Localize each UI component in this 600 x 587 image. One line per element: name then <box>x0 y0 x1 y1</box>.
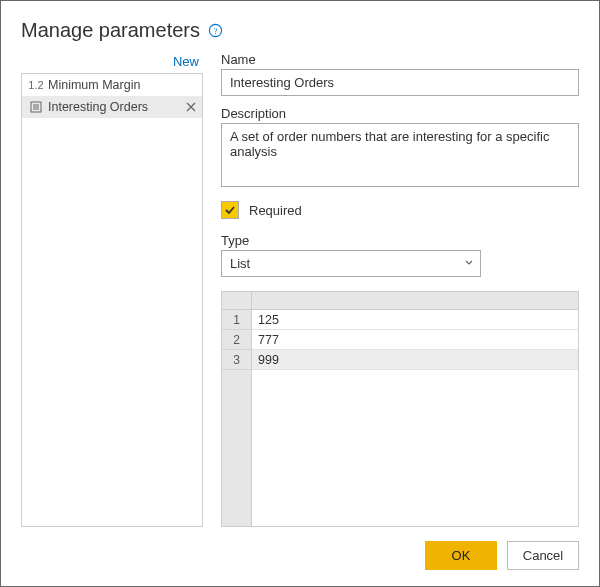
values-grid[interactable]: 123 125777999 <box>221 291 579 527</box>
grid-row-number: 1 <box>222 310 251 330</box>
required-checkbox[interactable] <box>221 201 239 219</box>
parameter-sidebar: New 1.2 Minimum Margin <box>21 52 203 527</box>
parameter-item-label: Interesting Orders <box>48 100 180 114</box>
parameter-item-label: Minimum Margin <box>48 78 198 92</box>
dialog-title: Manage parameters <box>21 19 200 42</box>
description-label: Description <box>221 106 579 121</box>
grid-cell[interactable]: 125 <box>252 313 578 327</box>
dialog-titlebar: Manage parameters ? <box>21 19 579 42</box>
delete-parameter-icon[interactable] <box>184 102 198 112</box>
grid-row[interactable]: 125 <box>252 310 578 330</box>
grid-row-number: 2 <box>222 330 251 350</box>
grid-cell[interactable]: 999 <box>252 353 578 367</box>
dialog-footer: OK Cancel <box>21 527 579 570</box>
grid-cell[interactable]: 777 <box>252 333 578 347</box>
grid-row-number: 3 <box>222 350 251 370</box>
type-label: Type <box>221 233 579 248</box>
svg-text:?: ? <box>214 26 218 36</box>
cancel-button[interactable]: Cancel <box>507 541 579 570</box>
ok-button[interactable]: OK <box>425 541 497 570</box>
parameter-list[interactable]: 1.2 Minimum Margin Interesting Orders <box>21 73 203 527</box>
type-select-value: List <box>230 256 250 271</box>
grid-row[interactable]: 777 <box>252 330 578 350</box>
grid-header <box>222 292 578 310</box>
type-select[interactable]: List <box>221 250 481 277</box>
description-input[interactable] <box>221 123 579 187</box>
parameter-item[interactable]: 1.2 Minimum Margin <box>22 74 202 96</box>
new-parameter-link[interactable]: New <box>173 54 199 69</box>
decimal-icon: 1.2 <box>28 79 44 91</box>
grid-row[interactable]: 999 <box>252 350 578 370</box>
parameter-item[interactable]: Interesting Orders <box>22 96 202 118</box>
help-icon[interactable]: ? <box>208 23 223 38</box>
parameter-form: Name Description Required Type List <box>221 52 579 527</box>
list-icon <box>28 101 44 113</box>
name-input[interactable] <box>221 69 579 96</box>
required-label: Required <box>249 203 302 218</box>
name-label: Name <box>221 52 579 67</box>
manage-parameters-dialog: Manage parameters ? New 1.2 Minimum Marg… <box>0 0 600 587</box>
